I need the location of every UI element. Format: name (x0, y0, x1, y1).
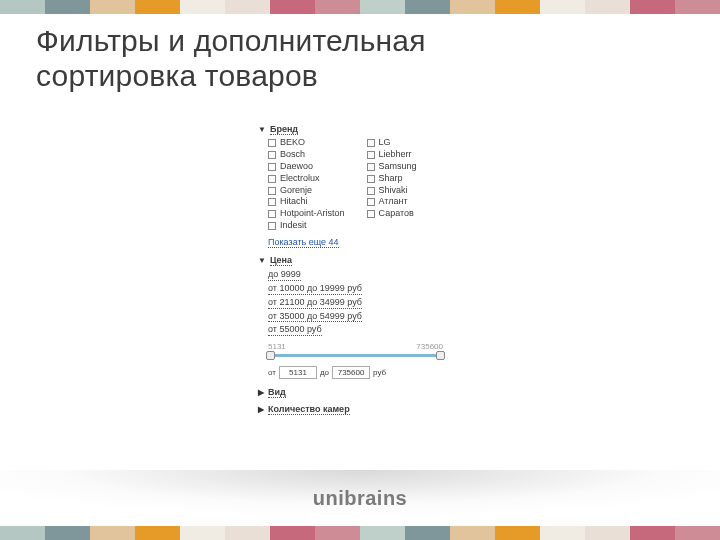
stripe (45, 0, 90, 14)
brand-show-more[interactable]: Показать еще 44 (268, 237, 453, 247)
footer-brand: unibrains (313, 487, 408, 510)
filter-section-cameras-header[interactable]: ▶ Количество камер (258, 404, 453, 415)
price-from-label: от (268, 368, 276, 377)
slider-track (268, 354, 443, 357)
brand-option[interactable]: Hitachi (268, 197, 345, 207)
stripe (270, 0, 315, 14)
brand-option-label: Саратов (379, 209, 414, 219)
stripe (0, 0, 45, 14)
brand-option[interactable]: Samsung (367, 162, 417, 172)
price-range-link[interactable]: от 35000 до 54999 руб (268, 311, 362, 323)
brand-option-label: Samsung (379, 162, 417, 172)
filter-section-price-header[interactable]: ▼ Цена (258, 255, 453, 266)
stripe (90, 0, 135, 14)
brand-option[interactable]: Liebherr (367, 150, 417, 160)
brand-option-label: Sharp (379, 174, 403, 184)
checkbox-icon[interactable] (268, 151, 276, 159)
brand-option-label: Gorenje (280, 186, 312, 196)
stripe (360, 526, 405, 540)
price-unit-label: руб (373, 368, 386, 377)
checkbox-icon[interactable] (367, 210, 375, 218)
stripe (180, 526, 225, 540)
slider-handle-right[interactable] (436, 351, 445, 360)
checkbox-icon[interactable] (367, 163, 375, 171)
stripe (450, 0, 495, 14)
footer-band: unibrains (0, 470, 720, 526)
brand-option-label: Indesit (280, 221, 307, 231)
stripe (180, 0, 225, 14)
brand-option[interactable]: Bosch (268, 150, 345, 160)
brand-option-label: Electrolux (280, 174, 320, 184)
brand-col-2: LGLiebherrSamsungSharpShivakiАтлантСарат… (367, 138, 417, 231)
stripe (405, 526, 450, 540)
stripe (630, 0, 675, 14)
price-header-label: Цена (270, 255, 292, 266)
price-slider[interactable]: 5131 735600 (268, 342, 443, 362)
chevron-right-icon: ▶ (258, 405, 264, 414)
brand-option[interactable]: Shivaki (367, 186, 417, 196)
brand-option-label: LG (379, 138, 391, 148)
stripe (540, 526, 585, 540)
brand-option-label: Liebherr (379, 150, 412, 160)
price-range-link[interactable]: до 9999 (268, 269, 301, 281)
stripe (315, 526, 360, 540)
stripe (540, 0, 585, 14)
stripe (225, 526, 270, 540)
brand-option[interactable]: Sharp (367, 174, 417, 184)
brand-option[interactable]: BEKO (268, 138, 345, 148)
checkbox-icon[interactable] (268, 139, 276, 147)
stripe (585, 0, 630, 14)
stripe (630, 526, 675, 540)
brand-option-label: BEKO (280, 138, 305, 148)
cameras-header-label: Количество камер (268, 404, 350, 415)
checkbox-icon[interactable] (268, 222, 276, 230)
type-header-label: Вид (268, 387, 286, 398)
brand-option-label: Hotpoint-Ariston (280, 209, 345, 219)
price-from-input[interactable]: 5131 (279, 366, 317, 379)
slider-handle-left[interactable] (266, 351, 275, 360)
stripe (450, 526, 495, 540)
checkbox-icon[interactable] (367, 139, 375, 147)
checkbox-icon[interactable] (268, 210, 276, 218)
slider-min-label: 5131 (268, 342, 286, 351)
brand-option[interactable]: Hotpoint-Ariston (268, 209, 345, 219)
stripe (0, 526, 45, 540)
brand-option[interactable]: Атлант (367, 197, 417, 207)
filter-section-type-header[interactable]: ▶ Вид (258, 387, 453, 398)
price-range-link[interactable]: от 21100 до 34999 руб (268, 297, 362, 309)
brand-option-label: Daewoo (280, 162, 313, 172)
brand-option[interactable]: LG (367, 138, 417, 148)
stripe (495, 0, 540, 14)
brand-option[interactable]: Саратов (367, 209, 417, 219)
price-to-input[interactable]: 735600 (332, 366, 370, 379)
stripe (135, 526, 180, 540)
stripe (135, 0, 180, 14)
stripe (360, 0, 405, 14)
title-line-1: Фильтры и дополнительная (36, 24, 426, 57)
brand-option[interactable]: Gorenje (268, 186, 345, 196)
stripe (675, 526, 720, 540)
checkbox-icon[interactable] (367, 175, 375, 183)
brand-option[interactable]: Daewoo (268, 162, 345, 172)
price-range-inputs: от 5131 до 735600 руб (268, 366, 443, 379)
checkbox-icon[interactable] (268, 175, 276, 183)
stripe (45, 526, 90, 540)
brand-option[interactable]: Indesit (268, 221, 345, 231)
stripe (315, 0, 360, 14)
stripe (225, 0, 270, 14)
stripe (675, 0, 720, 14)
brand-options: BEKOBoschDaewooElectroluxGorenjeHitachiH… (268, 138, 453, 231)
checkbox-icon[interactable] (268, 198, 276, 206)
checkbox-icon[interactable] (367, 198, 375, 206)
price-range-link[interactable]: от 55000 руб (268, 324, 322, 336)
checkbox-icon[interactable] (268, 163, 276, 171)
brand-option-label: Shivaki (379, 186, 408, 196)
checkbox-icon[interactable] (367, 187, 375, 195)
filter-section-brand-header[interactable]: ▼ Бренд (258, 124, 453, 135)
price-to-label: до (320, 368, 329, 377)
price-range-link[interactable]: от 10000 до 19999 руб (268, 283, 362, 295)
checkbox-icon[interactable] (268, 187, 276, 195)
brand-option[interactable]: Electrolux (268, 174, 345, 184)
chevron-right-icon: ▶ (258, 388, 264, 397)
checkbox-icon[interactable] (367, 151, 375, 159)
